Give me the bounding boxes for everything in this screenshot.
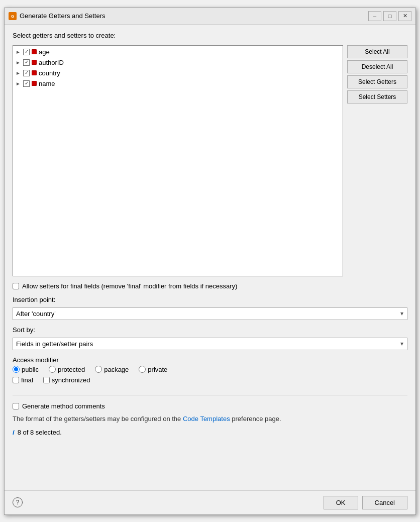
select-getters-button[interactable]: Select Getters [347,75,407,88]
allow-setters-row: Allow setters for final fields (remove '… [13,282,407,290]
select-all-button[interactable]: Select All [347,45,407,58]
checkbox-country[interactable] [23,70,30,76]
radio-private-input[interactable] [139,366,146,373]
synchronized-modifier[interactable]: synchronized [43,376,90,384]
dialog-body: Select getters and setters to create: ► … [5,25,415,490]
help-button[interactable]: ? [13,497,23,507]
synchronized-label: synchronized [52,376,90,384]
select-setters-button[interactable]: Select Setters [347,90,407,103]
footer-buttons: OK Cancel [324,496,407,509]
insertion-point-label: Insertion point: [13,296,407,303]
tree-item-authorid[interactable]: ► authorID [13,57,343,68]
field-name-age: age [39,48,50,56]
generate-comments-row: Generate method comments [13,402,407,410]
ok-button[interactable]: OK [324,496,358,509]
generate-comments-label: Generate method comments [22,402,105,410]
allow-setters-label: Allow setters for final fields (remove '… [22,282,237,290]
dialog: G Generate Getters and Setters – □ ✕ Sel… [4,8,416,515]
dialog-icon: G [9,12,17,20]
field-icon-authorid [32,60,37,65]
modifier-checkboxes-row: final synchronized [13,376,407,384]
checkbox-authorid[interactable] [23,59,30,66]
field-name-country: country [39,69,60,77]
cancel-button[interactable]: Cancel [362,496,407,509]
radio-public-input[interactable] [13,366,20,373]
expand-arrow: ► [15,49,21,55]
field-icon-age [32,49,37,54]
allow-setters-checkbox[interactable] [13,283,19,289]
section-label: Select getters and setters to create: [13,32,407,39]
expand-arrow: ► [15,60,21,65]
field-icon-name [32,81,37,86]
minimize-button[interactable]: – [368,11,381,21]
sort-by-wrapper: Fields in getter/setter pairs Alphabetic… [13,338,407,350]
dialog-footer: ? OK Cancel [5,490,415,514]
generate-comments-checkbox[interactable] [13,403,19,409]
status-info-icon: i [13,429,15,436]
tree-item-age[interactable]: ► age [13,47,343,57]
tree-item-country[interactable]: ► country [13,68,343,78]
status-row: i 8 of 8 selected. [13,429,407,436]
divider [13,395,407,395]
insertion-point-wrapper: After 'country' First method Last method… [13,307,407,320]
sort-by-select[interactable]: Fields in getter/setter pairs Alphabetic… [13,338,407,350]
dialog-title: Generate Getters and Setters [20,12,365,20]
field-name-authorid: authorID [39,59,64,66]
sort-by-label: Sort by: [13,326,407,334]
tree-item-name[interactable]: ► name [13,78,343,89]
status-text: 8 of 8 selected. [18,429,62,436]
radio-protected[interactable]: protected [49,366,85,373]
radio-package-input[interactable] [95,366,102,373]
expand-arrow: ► [15,70,21,76]
expand-arrow: ► [15,81,21,86]
info-text-before: The format of the getters/setters may be… [13,415,181,423]
close-button[interactable]: ✕ [398,11,411,21]
radio-row: public protected package private [13,366,407,373]
main-area: ► age ► authorID ► country [13,45,407,276]
radio-package[interactable]: package [95,366,129,373]
radio-private[interactable]: private [139,366,167,373]
synchronized-checkbox[interactable] [43,377,50,383]
field-tree[interactable]: ► age ► authorID ► country [13,45,343,276]
footer-left: ? [13,497,23,507]
info-text-after: preference page. [232,415,281,423]
radio-protected-input[interactable] [49,366,56,373]
radio-public[interactable]: public [13,366,39,373]
title-bar: G Generate Getters and Setters – □ ✕ [5,8,415,25]
checkbox-name[interactable] [23,80,30,87]
window-controls: – □ ✕ [368,11,411,21]
radio-protected-label: protected [58,366,85,373]
final-label: final [21,376,33,384]
checkbox-age[interactable] [23,49,30,55]
maximize-button[interactable]: □ [383,11,396,21]
deselect-all-button[interactable]: Deselect All [347,60,407,73]
final-checkbox[interactable] [13,377,19,383]
insertion-point-select[interactable]: After 'country' First method Last method… [13,307,407,320]
final-modifier[interactable]: final [13,376,33,384]
info-text: The format of the getters/setters may be… [13,414,407,424]
access-modifier-group: Access modifier public protected package… [13,354,407,389]
access-modifier-label: Access modifier [13,356,407,364]
code-templates-link[interactable]: Code Templates [183,415,230,423]
radio-public-label: public [22,366,39,373]
radio-private-label: private [148,366,167,373]
svg-text:G: G [11,14,14,19]
field-name-name: name [39,80,55,87]
action-buttons-panel: Select All Deselect All Select Getters S… [347,45,407,276]
radio-package-label: package [104,366,129,373]
field-icon-country [32,70,37,75]
